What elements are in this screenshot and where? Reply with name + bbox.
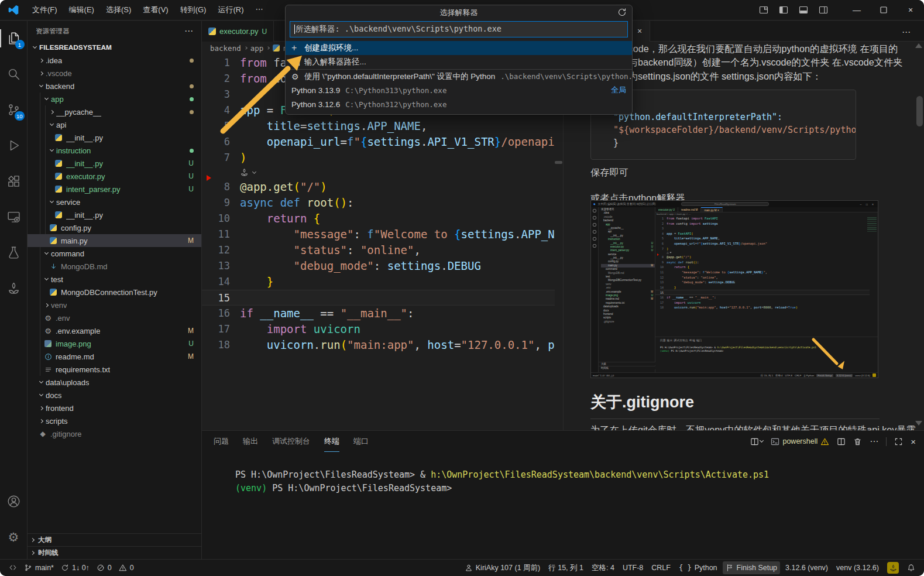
scroll-down-icon[interactable] bbox=[915, 421, 922, 426]
tree-item-.vscode[interactable]: .vscode bbox=[28, 67, 201, 80]
tree-item-instruction[interactable]: instruction bbox=[28, 144, 201, 157]
tree-item-__init__.py[interactable]: __init__.py bbox=[28, 131, 201, 144]
activity-test-beaker-icon[interactable] bbox=[0, 239, 28, 266]
tree-item-MongoDB.md[interactable]: MongoDB.md bbox=[28, 260, 201, 273]
editor-more-actions-icon[interactable]: ⋯ bbox=[902, 27, 911, 37]
tree-item-command[interactable]: command bbox=[28, 247, 201, 260]
panel-tab-端口[interactable]: 端口 bbox=[353, 431, 369, 452]
statusbar-git-branch[interactable]: main* bbox=[21, 564, 57, 572]
customize-layout-icon[interactable] bbox=[759, 5, 768, 15]
preview-scrollbar[interactable] bbox=[916, 96, 923, 126]
maximize-button[interactable] bbox=[870, 0, 897, 20]
terminal-output[interactable]: PS H:\OwnProject\FilesReadSysteam> & h:\… bbox=[235, 468, 912, 495]
activity-run-debug-icon[interactable] bbox=[0, 132, 28, 159]
statusbar-errors[interactable]: 0 bbox=[94, 564, 115, 572]
quickpick-item-3[interactable]: Python 3.13.9C:\Python313\python.exe全局 bbox=[286, 83, 632, 97]
toggle-sidebar-icon[interactable] bbox=[779, 5, 788, 15]
activity-source-control-icon[interactable]: 10 bbox=[0, 96, 28, 124]
statusbar-remote-indicator[interactable] bbox=[6, 564, 20, 572]
statusbar-venv-indicator[interactable]: venv (3.12.6) bbox=[833, 564, 882, 572]
quickpick-item-1[interactable]: 输入解释器路径... bbox=[286, 55, 632, 69]
tree-item-api[interactable]: api bbox=[28, 118, 201, 131]
panel-more-actions-icon[interactable]: ⋯ bbox=[870, 436, 878, 447]
panel-tab-问题[interactable]: 问题 bbox=[214, 431, 229, 452]
tree-item-executor.py[interactable]: executor.pyU bbox=[28, 170, 201, 183]
tree-item-.env.example[interactable]: ⚙.env.exampleM bbox=[28, 324, 201, 337]
close-tab-icon[interactable]: × bbox=[637, 26, 642, 36]
activity-ai-knot-icon[interactable] bbox=[0, 275, 28, 302]
tree-item-.idea[interactable]: .idea bbox=[28, 54, 201, 67]
statusbar-language-mode[interactable]: { }Python bbox=[676, 564, 720, 572]
menu-item-3[interactable]: 查看(V) bbox=[138, 2, 173, 18]
activity-extensions-icon[interactable] bbox=[0, 167, 28, 195]
tree-item-service[interactable]: service bbox=[28, 196, 201, 208]
quickpick-input[interactable]: 所选解释器: .\backend\venv\Scripts\python.exe bbox=[290, 21, 628, 37]
menu-item-4[interactable]: 转到(G) bbox=[175, 2, 212, 18]
activity-settings-gear-icon[interactable]: ⚙ bbox=[0, 523, 28, 551]
tree-item-__init__.py[interactable]: __init__.py bbox=[28, 208, 201, 221]
close-button[interactable]: × bbox=[897, 0, 924, 20]
statusbar-git-sync[interactable]: 1↓ 0↑ bbox=[58, 564, 92, 572]
vscode-logo-icon[interactable] bbox=[0, 4, 27, 16]
menu-item-6[interactable]: ⋯ bbox=[250, 2, 268, 18]
tree-item-__init__.py[interactable]: __init__.pyU bbox=[28, 157, 201, 170]
quickpick-item-4[interactable]: Python 3.12.6C:\Python312\python.exe bbox=[286, 97, 632, 111]
close-panel-icon[interactable]: × bbox=[911, 437, 916, 447]
tree-item-app[interactable]: app bbox=[28, 92, 201, 105]
refresh-icon[interactable] bbox=[617, 8, 627, 17]
activity-account-icon[interactable] bbox=[0, 488, 28, 515]
panel-tab-输出[interactable]: 输出 bbox=[243, 431, 258, 452]
panel-tab-调试控制台[interactable]: 调试控制台 bbox=[272, 431, 310, 452]
tree-item-main.py[interactable]: main.pyM bbox=[28, 234, 201, 247]
split-terminal-icon[interactable] bbox=[837, 437, 846, 446]
activity-search-icon[interactable] bbox=[0, 60, 28, 88]
tree-item-MongoDBConnectionTest.py[interactable]: MongoDBConnectionTest.py bbox=[28, 286, 201, 299]
activity-remote-explorer-icon[interactable] bbox=[0, 203, 28, 231]
tree-item-requirements.txt[interactable]: requirements.txt bbox=[28, 363, 201, 376]
kill-terminal-icon[interactable] bbox=[853, 437, 862, 446]
tree-item-readme.md[interactable]: readme.mdM bbox=[28, 350, 201, 363]
minimize-button[interactable]: — bbox=[843, 0, 870, 20]
tree-item-config.py[interactable]: config.py bbox=[28, 221, 201, 234]
tree-item-docs[interactable]: docs bbox=[28, 389, 201, 402]
statusbar-eol[interactable]: CRLF bbox=[648, 564, 674, 572]
quickpick-item-2[interactable]: ⚙使用 \"python.defaultInterpreterPath\" 设置… bbox=[286, 69, 632, 83]
sidebar-section-0[interactable]: 大纲 bbox=[28, 533, 201, 546]
menu-item-0[interactable]: 文件(F) bbox=[27, 2, 63, 18]
terminal-tab-powershell[interactable]: powershell bbox=[771, 437, 829, 446]
statusbar-comate-extension[interactable] bbox=[884, 562, 902, 574]
tree-item-venv[interactable]: venv bbox=[28, 299, 201, 311]
sidebar-section-1[interactable]: 时间线 bbox=[28, 546, 201, 559]
scrollbar-handle[interactable] bbox=[555, 161, 562, 164]
toggle-secondary-sidebar-icon[interactable] bbox=[819, 5, 828, 15]
statusbar-warnings[interactable]: 0 bbox=[116, 564, 137, 572]
explorer-more-actions-icon[interactable]: ⋯ bbox=[184, 26, 193, 36]
tree-root-filesreadsysteam[interactable]: FILESREADSYSTEAM bbox=[28, 41, 201, 54]
menu-item-1[interactable]: 编辑(E) bbox=[64, 2, 99, 18]
tree-item-backend[interactable]: backend bbox=[28, 80, 201, 92]
menu-item-2[interactable]: 选择(S) bbox=[101, 2, 136, 18]
tab-executor-py[interactable]: executor.py U bbox=[202, 21, 274, 42]
maximize-panel-icon[interactable] bbox=[894, 437, 903, 446]
toggle-panel-icon[interactable] bbox=[799, 5, 808, 15]
scroll-up-icon[interactable] bbox=[915, 43, 922, 48]
launch-profile-icon[interactable] bbox=[750, 437, 763, 446]
activity-files-icon[interactable]: 1 bbox=[0, 25, 28, 52]
statusbar-python-interpreter[interactable]: 3.12.6 (venv) bbox=[782, 564, 831, 572]
tree-item-image.png[interactable]: image.pngU bbox=[28, 337, 201, 350]
statusbar-cursor-position[interactable]: 行 15, 列 1 bbox=[545, 563, 586, 573]
inline-ai-widget[interactable] bbox=[202, 166, 555, 179]
quickpick-item-0[interactable]: +创建虚拟环境... bbox=[286, 41, 632, 55]
tree-item-datauploads[interactable]: data\uploads bbox=[28, 376, 201, 389]
tree-item-.gitignore[interactable]: ◆.gitignore bbox=[28, 427, 201, 440]
statusbar-blame-info[interactable]: KiriAky 107 (1 周前) bbox=[462, 563, 543, 573]
tree-item-test[interactable]: test bbox=[28, 273, 201, 286]
statusbar-indentation[interactable]: 空格: 4 bbox=[589, 563, 617, 573]
statusbar-finish-setup[interactable]: Finish Setup bbox=[723, 561, 780, 574]
tree-item-.env[interactable]: ⚙.env bbox=[28, 311, 201, 324]
panel-tab-终端[interactable]: 终端 bbox=[324, 431, 339, 452]
tree-item-scripts[interactable]: scripts bbox=[28, 414, 201, 427]
tree-item-__pycache__[interactable]: __pycache__ bbox=[28, 105, 201, 118]
statusbar-notifications[interactable] bbox=[904, 564, 918, 572]
menu-item-5[interactable]: 运行(R) bbox=[212, 2, 249, 18]
